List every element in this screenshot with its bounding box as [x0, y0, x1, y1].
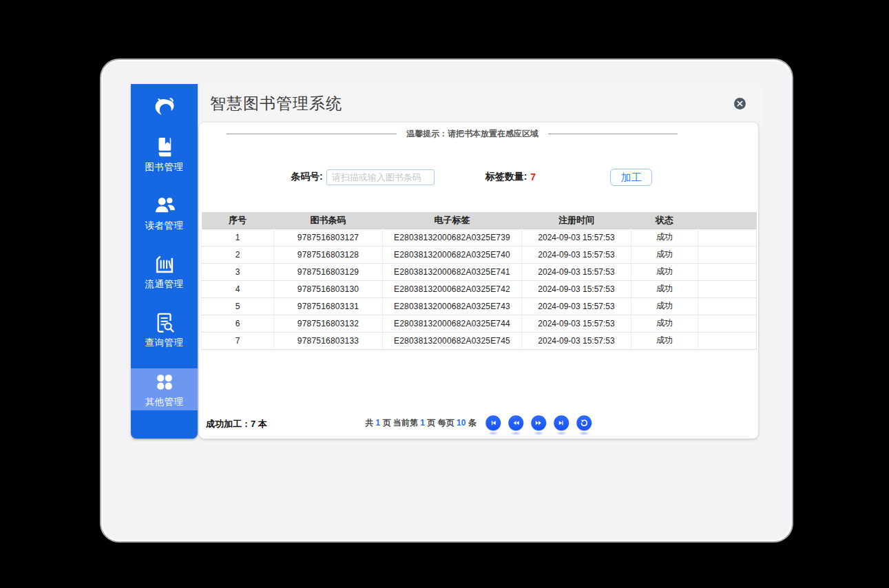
cell-time: 2024-09-03 15:57:53 [522, 297, 631, 315]
divider-line [227, 134, 397, 134]
cell-blank [698, 332, 757, 349]
prev-page-icon [512, 418, 521, 428]
cell-index: 7 [202, 332, 274, 349]
barcode-input[interactable] [326, 169, 435, 185]
table-row: 7 9787516803133 E28038132000682A0325E745… [202, 332, 757, 349]
cell-index: 6 [202, 315, 274, 332]
cell-status: 成功 [631, 315, 698, 332]
sidebar-nav: 图书管理 读者管理 [131, 134, 198, 410]
sidebar-item-readers[interactable]: 读者管理 [131, 192, 198, 234]
cell-time: 2024-09-03 15:57:53 [522, 229, 631, 246]
cell-blank [698, 280, 757, 297]
next-page-button[interactable] [532, 415, 547, 430]
cell-blank [698, 246, 757, 263]
divider-line [548, 134, 678, 134]
refresh-icon [580, 418, 589, 428]
stage: 图书管理 读者管理 [0, 0, 889, 588]
cell-barcode: 9787516803132 [274, 315, 383, 332]
process-button[interactable]: 加工 [610, 169, 652, 186]
close-icon [737, 101, 743, 107]
pg-label: 页 每页 [425, 418, 457, 428]
tablet-frame: 图书管理 读者管理 [100, 59, 793, 543]
cell-tag: E28038132000682A0325E740 [383, 246, 522, 263]
cell-barcode: 9787516803130 [274, 280, 383, 297]
summary-label: 成功加工： [206, 419, 251, 429]
cell-index: 2 [202, 246, 274, 263]
pg-label: 条 [466, 418, 476, 428]
sidebar-item-label: 查询管理 [145, 337, 184, 349]
table-row: 3 9787516803129 E28038132000682A0325E741… [202, 263, 757, 280]
cell-index: 5 [202, 297, 274, 315]
tag-count-value: 7 [530, 171, 536, 182]
sidebar-item-circulation[interactable]: 流通管理 [131, 251, 198, 293]
sidebar-item-other[interactable]: 其他管理 [131, 368, 198, 410]
sidebar-item-label: 其他管理 [145, 396, 184, 408]
shelf-icon [153, 253, 176, 276]
cell-status: 成功 [631, 297, 698, 315]
scan-form: 条码号: 标签数量: 7 加工 [199, 169, 758, 185]
sidebar-item-books[interactable]: 图书管理 [131, 134, 198, 176]
cell-status: 成功 [631, 246, 698, 263]
document-search-icon [153, 311, 176, 335]
first-page-button[interactable] [486, 415, 501, 430]
col-header-index: 序号 [202, 212, 274, 229]
cell-index: 4 [202, 280, 274, 297]
last-page-icon [557, 418, 567, 428]
pg-current-page: 1 [420, 418, 425, 428]
cell-barcode: 9787516803127 [274, 229, 383, 246]
app-logo [150, 91, 179, 125]
cell-status: 成功 [631, 229, 698, 246]
pagination-text: 共 1 页 当前第 1 页 每页 10 条 [365, 417, 476, 429]
cell-tag: E28038132000682A0325E739 [383, 229, 522, 246]
cell-time: 2024-09-03 15:57:53 [522, 280, 631, 297]
table-row: 6 9787516803132 E28038132000682A0325E744… [202, 315, 757, 332]
close-button[interactable] [734, 98, 746, 109]
cell-time: 2024-09-03 15:57:53 [522, 263, 631, 280]
pg-label: 共 [365, 418, 375, 428]
main-area: 智慧图书管理系统 温馨提示：请把书本放置在感应区域 [198, 84, 762, 439]
last-page-button[interactable] [554, 415, 569, 430]
page-title: 智慧图书管理系统 [210, 93, 342, 114]
cell-tag: E28038132000682A0325E744 [383, 315, 522, 332]
col-header-tag: 电子标签 [383, 212, 522, 229]
content-card: 温馨提示：请把书本放置在感应区域 条码号: 标签数量: 7 加工 [199, 123, 758, 439]
swirl-logo-icon [150, 94, 179, 123]
cell-index: 1 [202, 229, 274, 246]
col-header-time: 注册时间 [522, 212, 631, 229]
sidebar: 图书管理 读者管理 [131, 84, 198, 439]
cell-blank [698, 315, 757, 332]
col-header-status: 状态 [631, 212, 698, 229]
col-header-blank [698, 212, 757, 229]
book-icon [153, 136, 176, 159]
main-header: 智慧图书管理系统 [198, 84, 762, 123]
cell-barcode: 9787516803128 [274, 246, 383, 263]
cell-barcode: 9787516803131 [274, 297, 383, 315]
table-header-row: 序号 图书条码 电子标签 注册时间 状态 [202, 212, 757, 229]
col-header-barcode: 图书条码 [274, 212, 383, 229]
prev-page-button[interactable] [509, 415, 524, 430]
sidebar-item-query[interactable]: 查询管理 [131, 309, 198, 351]
first-page-icon [489, 418, 499, 428]
app-window: 图书管理 读者管理 [131, 84, 762, 439]
next-page-icon [534, 418, 544, 428]
cell-time: 2024-09-03 15:57:53 [522, 315, 631, 332]
pagination-buttons [486, 415, 592, 430]
cell-status: 成功 [631, 280, 698, 297]
table-row: 5 9787516803131 E28038132000682A0325E743… [202, 297, 757, 315]
table-row: 4 9787516803130 E28038132000682A0325E742… [202, 280, 757, 297]
tip-text: 温馨提示：请把书本放置在感应区域 [406, 128, 538, 140]
cell-status: 成功 [631, 263, 698, 280]
grid-icon [153, 370, 176, 394]
tip-divider: 温馨提示：请把书本放置在感应区域 [217, 128, 740, 139]
card-footer: 成功加工：7 本 共 1 页 当前第 1 页 每页 10 条 [199, 410, 758, 439]
summary-value: 7 本 [251, 419, 267, 429]
cell-index: 3 [202, 263, 274, 280]
cell-blank [698, 297, 757, 315]
pg-label: 页 当前第 [380, 418, 420, 428]
refresh-button[interactable] [577, 415, 592, 430]
cell-time: 2024-09-03 15:57:53 [522, 332, 631, 349]
sidebar-item-label: 流通管理 [145, 278, 184, 291]
tag-count-label: 标签数量: [485, 171, 527, 183]
cell-barcode: 9787516803133 [274, 332, 383, 349]
cell-blank [698, 263, 757, 280]
